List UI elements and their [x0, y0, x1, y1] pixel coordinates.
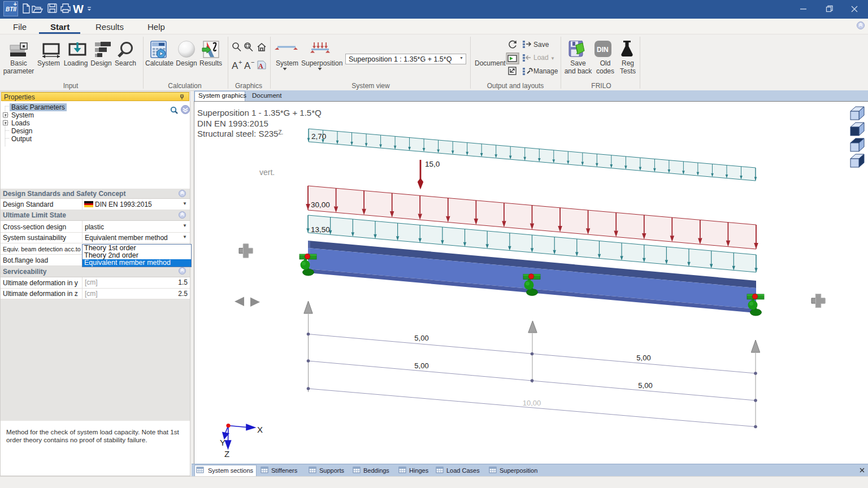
svg-text:−: − — [251, 59, 254, 66]
svg-text:A: A — [258, 62, 263, 70]
svg-text:5,00: 5,00 — [414, 334, 428, 342]
svg-text:13,50: 13,50 — [311, 225, 330, 234]
svg-text:5,00: 5,00 — [414, 361, 428, 370]
svg-text:+: + — [238, 59, 242, 66]
svg-text:5,00: 5,00 — [638, 381, 652, 390]
svg-text:A: A — [244, 60, 251, 71]
svg-text:Structural steel: S235Z.: Structural steel: S235Z. — [197, 129, 283, 138]
svg-text:X: X — [257, 425, 263, 434]
svg-text:30,00: 30,00 — [311, 201, 330, 209]
svg-text:Superposition 1 - 1.35*G + 1.5: Superposition 1 - 1.35*G + 1.5*Q — [197, 108, 322, 117]
svg-text:2,70: 2,70 — [311, 132, 326, 141]
svg-text:DIN: DIN — [597, 46, 609, 54]
svg-text:A: A — [232, 60, 238, 71]
svg-text:5,00: 5,00 — [636, 354, 650, 362]
svg-text:W: W — [73, 3, 84, 15]
svg-text:Z: Z — [224, 449, 229, 459]
svg-text:10,00: 10,00 — [523, 399, 541, 407]
svg-text:Y: Y — [220, 438, 225, 447]
svg-text:DIN EN 1993:2015: DIN EN 1993:2015 — [197, 119, 268, 128]
svg-text:vert.: vert. — [259, 168, 275, 177]
svg-text:15,0: 15,0 — [425, 160, 440, 168]
